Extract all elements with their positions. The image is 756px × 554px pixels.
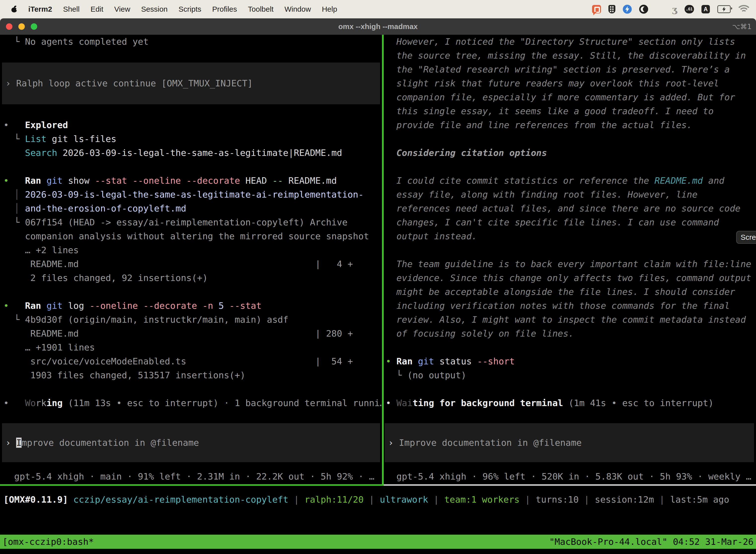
timer-61-badge-icon[interactable]: ..61 xyxy=(685,5,694,13)
omx-status-bar: [OMX#0.11.9] cczip/essay/ai-reimplementa… xyxy=(0,486,756,535)
menu-item-profiles[interactable]: Profiles xyxy=(212,5,237,13)
terminal-text: log xyxy=(63,300,89,311)
blue-bolt-badge-icon[interactable] xyxy=(623,5,632,14)
window-title: omx --xhigh --madmax xyxy=(0,22,756,31)
spacer xyxy=(386,410,756,423)
terminal-line: the "Related research writing" section i… xyxy=(386,63,756,76)
terminal-text: rk xyxy=(36,398,46,408)
shield-grid-icon[interactable] xyxy=(609,5,615,13)
screen-indicator-pill[interactable]: Scre xyxy=(736,231,756,244)
terminal-text: including verification notes with those … xyxy=(386,300,730,311)
terminal-text: provide file and line references from th… xyxy=(386,120,692,130)
apple-menu-icon[interactable] xyxy=(11,6,17,13)
terminal-line: gpt-5.4 xhigh · main · 91% left · 2.31M … xyxy=(3,469,382,484)
terminal-line: src/voice/voiceModeEnabled.ts | 54 + xyxy=(3,354,382,368)
terminal-text: The team guideline is to back every impo… xyxy=(386,259,751,269)
terminal-text: › xyxy=(5,78,16,88)
terminal-text: essay file, along with finding root file… xyxy=(386,189,697,200)
terminal-line: 2 files changed, 92 insertions(+) xyxy=(3,271,382,285)
terminal-text: and xyxy=(703,175,724,186)
terminal-text: 2026-03-09-is-legal-the-same-as-legitima… xyxy=(25,189,364,200)
terminal-line: references need actual files, and since … xyxy=(386,202,756,215)
battery-charging-icon[interactable] xyxy=(717,5,731,13)
menu-item-window[interactable]: Window xyxy=(285,5,311,13)
terminal-text: gpt-5.4 xhigh · 96% left · 520K in · 5.8… xyxy=(386,472,751,482)
terminal-line: might be acceptable alongside the file l… xyxy=(386,285,756,299)
terminal-text: show xyxy=(63,175,95,186)
terminal-text: • xyxy=(386,398,396,408)
terminal-text: └ (no output) xyxy=(386,370,466,380)
terminal-line xyxy=(386,160,756,174)
menu-item-view[interactable]: View xyxy=(114,5,130,13)
terminal-text xyxy=(68,494,73,505)
dots-grid-icon[interactable] xyxy=(655,5,665,14)
terminal-line: including verification notes with those … xyxy=(386,299,756,313)
terminal-line: • Ran git status --short xyxy=(386,354,756,368)
terminal-line: • Ran git log --oneline --decorate -n 5 … xyxy=(3,299,382,313)
terminal-line: I could cite commit statistics or refere… xyxy=(386,174,756,188)
terminal-text: │ xyxy=(3,189,25,200)
menu-item-scripts[interactable]: Scripts xyxy=(179,5,201,13)
spacer xyxy=(3,410,382,423)
spacer xyxy=(3,462,382,469)
menu-item-toolbelt[interactable]: Toolbelt xyxy=(248,5,273,13)
terminal-line: › Ralph loop active continue [OMX_TMUX_I… xyxy=(2,76,253,90)
terminal-text: | xyxy=(654,494,670,505)
terminal-line: › Improve documentation in @filename xyxy=(385,436,582,450)
prompt-input-box[interactable]: › Improve documentation in @filename xyxy=(2,423,380,462)
right-pane[interactable]: However, I noticed the "Directory Struct… xyxy=(384,35,756,484)
terminal-text: └ xyxy=(3,134,25,144)
terminal-line xyxy=(3,49,382,63)
terminal-text: 067f154 (HEAD -> essay/ai-reimplementati… xyxy=(25,217,348,227)
terminal-text: However, I noticed the "Directory Struct… xyxy=(386,37,735,47)
terminal-line xyxy=(3,104,382,118)
menu-item-edit[interactable]: Edit xyxy=(90,5,104,13)
menu-item-shell[interactable]: Shell xyxy=(63,5,80,13)
desktop: { "menu_bar": { "app": "iTerm2", "items"… xyxy=(0,0,756,554)
terminal-text: Ran xyxy=(25,300,41,311)
terminal-text: List xyxy=(25,134,47,144)
terminal-text: the source tree, missing the essay. Stil… xyxy=(386,50,746,61)
terminal-text: references need actual files, and since … xyxy=(386,203,740,214)
terminal-line xyxy=(3,382,382,396)
terminal-line: companion file, especially if more comme… xyxy=(386,90,756,104)
terminal-text: README.md xyxy=(283,175,337,186)
terminal-text: • xyxy=(3,120,25,130)
terminal-line xyxy=(386,382,756,396)
menu-item-help[interactable]: Help xyxy=(322,5,337,13)
hook-squiggle-icon[interactable]: ʒ xyxy=(672,4,677,14)
terminal-line: • Waiting for background terminal (1m 41… xyxy=(386,396,756,410)
terminal-text: slight risk that future readers may over… xyxy=(386,78,719,88)
terminal-text: review. Also, I might want to inspect th… xyxy=(386,315,746,325)
terminal-text: • xyxy=(386,356,396,366)
wifi-icon[interactable] xyxy=(738,5,750,13)
terminal-text: • xyxy=(3,300,25,311)
terminal-line: • Working (11m 13s • esc to interrupt) ·… xyxy=(3,396,382,410)
input-source-a-icon[interactable]: A xyxy=(701,5,710,13)
terminal-text: output instead. xyxy=(386,231,477,241)
pane-divider[interactable] xyxy=(382,35,384,484)
terminal-line: • Ran git show --stat --oneline --decora… xyxy=(3,174,382,188)
terminal-text: team:1 workers xyxy=(444,494,519,505)
prompt-input-box[interactable]: › Improve documentation in @filename xyxy=(385,423,754,462)
terminal-line xyxy=(386,243,756,257)
terminal-text: └ xyxy=(3,217,25,227)
terminal-text: • xyxy=(3,398,25,408)
left-pane[interactable]: └ No agents completed yet› Ralph loop ac… xyxy=(0,35,382,484)
terminal-text: 2 files changed, 92 insertions(+) xyxy=(3,273,208,283)
terminal-line xyxy=(3,285,382,299)
menu-item-app[interactable]: iTerm2 xyxy=(28,5,52,13)
terminal-text: │ xyxy=(3,203,25,214)
crescent-circle-icon[interactable] xyxy=(639,5,648,14)
terminal-text: this single essay, it seems like a good … xyxy=(386,106,713,116)
menu-item-session[interactable]: Session xyxy=(141,5,168,13)
terminal-text: › xyxy=(5,438,16,448)
terminal-text: HEAD xyxy=(240,175,272,186)
terminal-line: provide file and line references from th… xyxy=(386,118,756,132)
terminal-text: the "Related research writing" section i… xyxy=(386,64,730,74)
terminal-line: of focusing solely on file lines. xyxy=(386,327,756,340)
chat-bubble-icon[interactable] xyxy=(592,5,601,13)
terminal-line: evidence. Since this change only affects… xyxy=(386,271,756,285)
terminal-text: mprove documentation in @filename xyxy=(21,438,199,448)
terminal-text: (1m 41s • esc to interrupt) xyxy=(563,398,713,408)
